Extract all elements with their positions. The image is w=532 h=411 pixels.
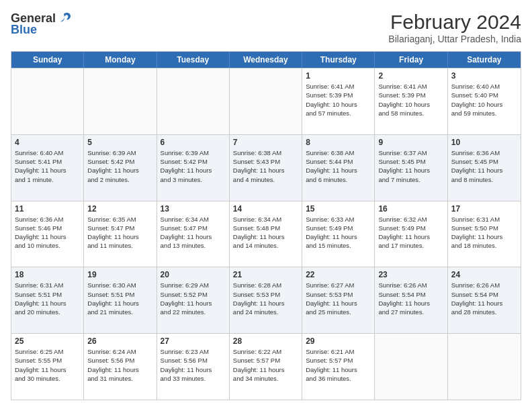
calendar-cell: 4Sunrise: 6:40 AMSunset: 5:41 PMDaylight… (11, 135, 84, 201)
calendar-cell: 27Sunrise: 6:23 AMSunset: 5:56 PMDayligh… (157, 334, 230, 400)
day-number: 1 (306, 71, 371, 81)
calendar-cell: 14Sunrise: 6:34 AMSunset: 5:48 PMDayligh… (230, 201, 302, 267)
calendar-cell: 1Sunrise: 6:41 AMSunset: 5:39 PMDaylight… (302, 68, 375, 134)
day-number: 5 (87, 138, 152, 147)
day-info: Sunrise: 6:33 AMSunset: 5:49 PMDaylight:… (306, 215, 371, 250)
calendar-cell: 9Sunrise: 6:37 AMSunset: 5:45 PMDaylight… (375, 135, 447, 201)
calendar-row-1: 4Sunrise: 6:40 AMSunset: 5:41 PMDaylight… (11, 134, 521, 201)
day-info: Sunrise: 6:31 AMSunset: 5:51 PMDaylight:… (15, 281, 80, 316)
day-number: 14 (233, 204, 298, 214)
calendar-cell: 12Sunrise: 6:35 AMSunset: 5:47 PMDayligh… (84, 201, 157, 267)
logo-bird-icon (57, 11, 72, 26)
calendar-cell: 5Sunrise: 6:39 AMSunset: 5:42 PMDaylight… (84, 135, 157, 201)
day-info: Sunrise: 6:26 AMSunset: 5:54 PMDaylight:… (451, 281, 517, 316)
calendar-cell: 10Sunrise: 6:36 AMSunset: 5:45 PMDayligh… (448, 135, 521, 201)
calendar-body: 1Sunrise: 6:41 AMSunset: 5:39 PMDaylight… (11, 68, 521, 400)
calendar-cell (157, 68, 230, 134)
header-thursday: Thursday (302, 52, 375, 68)
day-info: Sunrise: 6:36 AMSunset: 5:45 PMDaylight:… (451, 148, 517, 184)
day-number: 26 (87, 336, 152, 346)
day-info: Sunrise: 6:32 AMSunset: 5:49 PMDaylight:… (378, 215, 443, 250)
day-number: 27 (161, 336, 226, 346)
day-info: Sunrise: 6:39 AMSunset: 5:42 PMDaylight:… (87, 148, 152, 184)
calendar-cell: 15Sunrise: 6:33 AMSunset: 5:49 PMDayligh… (302, 201, 375, 267)
day-number: 28 (233, 336, 298, 346)
logo-blue: Blue (11, 23, 37, 37)
calendar-cell (448, 334, 521, 400)
day-info: Sunrise: 6:23 AMSunset: 5:56 PMDaylight:… (161, 347, 226, 383)
day-info: Sunrise: 6:39 AMSunset: 5:42 PMDaylight:… (161, 148, 226, 184)
day-number: 29 (306, 336, 371, 346)
day-info: Sunrise: 6:41 AMSunset: 5:39 PMDaylight:… (378, 82, 443, 118)
calendar-cell (375, 334, 447, 400)
day-number: 24 (451, 270, 517, 279)
day-number: 4 (15, 138, 80, 147)
calendar-cell: 20Sunrise: 6:29 AMSunset: 5:52 PMDayligh… (157, 267, 230, 333)
day-info: Sunrise: 6:40 AMSunset: 5:40 PMDaylight:… (451, 82, 517, 118)
calendar-cell: 29Sunrise: 6:21 AMSunset: 5:57 PMDayligh… (302, 334, 375, 400)
page: General Blue February 2024 Bilariaganj, … (0, 0, 532, 411)
calendar-cell (230, 68, 302, 134)
day-info: Sunrise: 6:38 AMSunset: 5:44 PMDaylight:… (306, 148, 371, 184)
header-friday: Friday (375, 52, 447, 68)
day-number: 12 (87, 204, 152, 214)
day-number: 15 (306, 204, 371, 214)
calendar-cell (11, 68, 84, 134)
header-sunday: Sunday (11, 52, 84, 68)
day-number: 7 (233, 138, 298, 147)
calendar-row-0: 1Sunrise: 6:41 AMSunset: 5:39 PMDaylight… (11, 68, 521, 134)
day-info: Sunrise: 6:21 AMSunset: 5:57 PMDaylight:… (306, 347, 371, 383)
calendar-cell: 26Sunrise: 6:24 AMSunset: 5:56 PMDayligh… (84, 334, 157, 400)
calendar-cell: 2Sunrise: 6:41 AMSunset: 5:39 PMDaylight… (375, 68, 447, 134)
day-info: Sunrise: 6:25 AMSunset: 5:55 PMDaylight:… (15, 347, 80, 383)
calendar-row-3: 18Sunrise: 6:31 AMSunset: 5:51 PMDayligh… (11, 267, 521, 333)
day-number: 3 (451, 71, 517, 81)
calendar-cell: 7Sunrise: 6:38 AMSunset: 5:43 PMDaylight… (230, 135, 302, 201)
day-number: 8 (306, 138, 371, 147)
day-info: Sunrise: 6:34 AMSunset: 5:48 PMDaylight:… (233, 215, 298, 250)
calendar-cell: 3Sunrise: 6:40 AMSunset: 5:40 PMDaylight… (448, 68, 521, 134)
logo: General Blue (11, 11, 72, 37)
day-number: 11 (15, 204, 80, 214)
calendar-cell: 23Sunrise: 6:26 AMSunset: 5:54 PMDayligh… (375, 267, 447, 333)
location: Bilariaganj, Uttar Pradesh, India (388, 34, 521, 44)
day-info: Sunrise: 6:36 AMSunset: 5:46 PMDaylight:… (15, 215, 80, 250)
day-number: 13 (161, 204, 226, 214)
day-number: 10 (451, 138, 517, 147)
calendar-cell: 19Sunrise: 6:30 AMSunset: 5:51 PMDayligh… (84, 267, 157, 333)
day-number: 9 (378, 138, 443, 147)
calendar-row-4: 25Sunrise: 6:25 AMSunset: 5:55 PMDayligh… (11, 333, 521, 400)
calendar-row-2: 11Sunrise: 6:36 AMSunset: 5:46 PMDayligh… (11, 201, 521, 267)
title-block: February 2024 Bilariaganj, Uttar Pradesh… (388, 11, 521, 44)
calendar: Sunday Monday Tuesday Wednesday Thursday… (11, 51, 521, 400)
day-info: Sunrise: 6:26 AMSunset: 5:54 PMDaylight:… (378, 281, 443, 316)
month-year: February 2024 (388, 11, 521, 34)
day-info: Sunrise: 6:22 AMSunset: 5:57 PMDaylight:… (233, 347, 298, 383)
calendar-cell: 16Sunrise: 6:32 AMSunset: 5:49 PMDayligh… (375, 201, 447, 267)
header: General Blue February 2024 Bilariaganj, … (11, 11, 521, 44)
day-info: Sunrise: 6:30 AMSunset: 5:51 PMDaylight:… (87, 281, 152, 316)
day-info: Sunrise: 6:27 AMSunset: 5:53 PMDaylight:… (306, 281, 371, 316)
calendar-cell: 21Sunrise: 6:28 AMSunset: 5:53 PMDayligh… (230, 267, 302, 333)
day-info: Sunrise: 6:35 AMSunset: 5:47 PMDaylight:… (87, 215, 152, 250)
day-number: 6 (161, 138, 226, 147)
day-info: Sunrise: 6:38 AMSunset: 5:43 PMDaylight:… (233, 148, 298, 184)
day-info: Sunrise: 6:41 AMSunset: 5:39 PMDaylight:… (306, 82, 371, 118)
day-number: 22 (306, 270, 371, 279)
calendar-cell: 17Sunrise: 6:31 AMSunset: 5:50 PMDayligh… (448, 201, 521, 267)
header-monday: Monday (84, 52, 157, 68)
header-tuesday: Tuesday (157, 52, 230, 68)
day-number: 23 (378, 270, 443, 279)
day-number: 16 (378, 204, 443, 214)
calendar-header: Sunday Monday Tuesday Wednesday Thursday… (11, 52, 521, 68)
day-info: Sunrise: 6:31 AMSunset: 5:50 PMDaylight:… (451, 215, 517, 250)
calendar-cell (84, 68, 157, 134)
day-info: Sunrise: 6:28 AMSunset: 5:53 PMDaylight:… (233, 281, 298, 316)
day-number: 17 (451, 204, 517, 214)
calendar-cell: 22Sunrise: 6:27 AMSunset: 5:53 PMDayligh… (302, 267, 375, 333)
calendar-cell: 25Sunrise: 6:25 AMSunset: 5:55 PMDayligh… (11, 334, 84, 400)
day-info: Sunrise: 6:40 AMSunset: 5:41 PMDaylight:… (15, 148, 80, 184)
day-number: 20 (161, 270, 226, 279)
day-number: 2 (378, 71, 443, 81)
header-saturday: Saturday (448, 52, 521, 68)
